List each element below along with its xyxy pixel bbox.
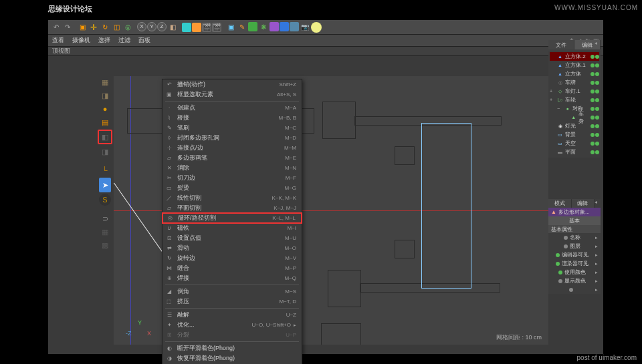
ctx-item-框显选取元素[interactable]: ▣ 框显选取元素 Alt+S, S (163, 89, 302, 100)
ctx-item-连接点/边[interactable]: ⊹ 连接点/边 M~M (163, 143, 302, 153)
ctx-item-挤压[interactable]: ⬚ 挤压 M~T, D (163, 297, 302, 307)
ctx-item-旋转边[interactable]: ↻ 旋转边 M~V (163, 253, 302, 263)
ctx-item-桥接[interactable]: ⌇ 桥接 M~B, B (163, 113, 302, 123)
tree-row-车身[interactable]: ▲ 车身 (550, 113, 599, 122)
render-settings-button[interactable]: 🎬 (202, 23, 211, 32)
menu-select[interactable]: 选择 (98, 36, 110, 45)
ctx-item-封闭多边形孔洞[interactable]: ◊ 封闭多边形孔洞 M~D (163, 133, 302, 143)
ctx-item-切刀边[interactable]: ✂ 切刀边 M~F (163, 173, 302, 183)
snap-button[interactable]: S (99, 194, 111, 206)
magnet-button[interactable]: ⊃ (99, 212, 111, 224)
visibility-dot[interactable] (591, 89, 595, 94)
render-dot[interactable] (595, 72, 599, 76)
recent-button[interactable]: ◎ (122, 22, 133, 33)
attr-stepper[interactable]: ▸ (595, 252, 598, 258)
visibility-dot[interactable] (591, 72, 595, 76)
ctx-item-平面切割[interactable]: ▱ 平面切割 K~J, M~J (163, 203, 302, 213)
attr-tab-edit[interactable]: 编辑 (572, 199, 595, 208)
texture-mode-button[interactable]: ● (99, 103, 111, 115)
tree-row-车牌[interactable]: ◎ 车牌 (550, 78, 599, 87)
checker-button[interactable]: ▩ (99, 239, 111, 251)
menu-filter[interactable]: 过滤 (118, 36, 130, 45)
undo-button[interactable]: ↶ (51, 22, 62, 33)
expand-icon[interactable]: + (550, 98, 555, 102)
ctx-item-断开平滑着色(Phong)[interactable]: ◐ 断开平滑着色(Phong) (163, 343, 302, 353)
render-dot[interactable] (595, 107, 599, 111)
cursor-button[interactable]: ➤ (99, 178, 111, 192)
object-manager[interactable]: ▲ 立方体.2 ▲ 立方体.1 ▲ 立方体 ◎ 车牌 + ◇ 车灯.1 (548, 51, 601, 158)
move-button[interactable]: ✛ (88, 22, 99, 33)
point-mode-button[interactable]: ◧ (98, 130, 112, 144)
ctx-item-创建点[interactable]: · 创建点 M~A (163, 103, 302, 113)
visibility-dot[interactable] (591, 150, 595, 154)
attr-row-名称[interactable]: 名称 ▸ (548, 233, 601, 242)
menu-panel[interactable]: 面板 (138, 36, 150, 45)
environment-button[interactable] (270, 22, 279, 31)
tree-row-立方体[interactable]: ▲ 立方体 (550, 69, 599, 78)
render-dot[interactable] (595, 150, 599, 154)
tab-file[interactable]: 文件 (548, 40, 574, 49)
ctx-item-优化...[interactable]: ✦ 优化... U~O, U~Shift+O ▸ (163, 320, 302, 330)
attr-stepper[interactable]: ▸ (595, 244, 598, 249)
render-dot[interactable] (595, 124, 599, 128)
render-dot[interactable] (595, 55, 599, 59)
tree-row-对称[interactable]: − ● 对称 (550, 104, 599, 113)
model-mode-button[interactable]: ▦ (99, 76, 111, 88)
scene-button[interactable]: 📷 (300, 22, 310, 33)
render-dot[interactable] (595, 98, 599, 102)
ctx-item-缝合[interactable]: ⋈ 缝合 M~P (163, 263, 302, 273)
locked-button[interactable]: ▦ (99, 226, 111, 238)
ctx-item-融解[interactable]: ☰ 融解 U~Z (163, 310, 302, 320)
attr-row-渲染器可见[interactable]: 渲染器可见 ▸ (548, 259, 601, 268)
visibility-dot[interactable] (591, 81, 595, 85)
light-button[interactable] (290, 22, 299, 31)
visibility-dot[interactable] (591, 133, 595, 137)
tree-row-车灯.1[interactable]: + ◇ 车灯.1 (550, 87, 599, 96)
tree-row-立方体.2[interactable]: ▲ 立方体.2 (550, 52, 599, 61)
spline-button[interactable]: ✎ (237, 22, 247, 33)
ctx-item-设置点值[interactable]: ⊡ 设置点值 M~U (163, 233, 302, 243)
attr-row-使用颜色[interactable]: 使用颜色 ▸ (548, 268, 601, 277)
deformer-button[interactable]: ❋ (258, 22, 269, 33)
tree-row-天空[interactable]: ▭ 天空 (550, 139, 599, 148)
picture-viewer-button[interactable]: 🎬 (212, 23, 221, 32)
live-select-button[interactable]: ▣ (77, 22, 88, 33)
render-dot[interactable] (595, 142, 599, 146)
render-button[interactable] (182, 23, 191, 32)
visibility-dot[interactable] (591, 107, 595, 111)
render-dot[interactable] (595, 63, 599, 67)
rotate-button[interactable]: ↻ (100, 22, 110, 33)
ctx-item-磁铁[interactable]: ∪ 磁铁 M~I (163, 223, 302, 233)
bulb-icon[interactable] (311, 22, 322, 33)
ctx-item-线性切割[interactable]: ／ 线性切割 K~K, M~K (163, 193, 302, 203)
attr-stepper[interactable]: ▸ (595, 279, 598, 284)
attr-row-显示颜色[interactable]: 显示颜色 ▸ (548, 277, 601, 285)
attr-tab-mode[interactable]: 模式 (548, 199, 572, 208)
render-dot[interactable] (595, 89, 599, 94)
attr-stepper[interactable]: ▸ (595, 287, 598, 293)
ctx-item-循环/路径切割[interactable]: ◎ 循环/路径切割 K~L, M~L (162, 212, 302, 224)
tree-row-车轮[interactable]: + L○ 车轮 (550, 96, 599, 104)
coord-system-button[interactable]: ◧ (167, 22, 178, 33)
redo-button[interactable]: ↷ (62, 22, 73, 33)
ctx-item-滑动[interactable]: ⇄ 滑动 M~O (163, 243, 302, 253)
ctx-item-撤销(动作)[interactable]: ↶ 撤销(动作) Shift+Z (163, 79, 302, 89)
ctx-item-焊接[interactable]: ⊕ 焊接 M~Q (163, 273, 302, 283)
expand-icon[interactable]: − (557, 106, 562, 111)
visibility-dot[interactable] (591, 63, 595, 67)
x-lock-button[interactable]: X (137, 22, 146, 31)
tree-row-灯光[interactable]: ◉ 灯光 (550, 122, 599, 130)
menu-view[interactable]: 查看 (52, 36, 64, 45)
ctx-item-分裂[interactable]: ⊞ 分裂 U~P (163, 330, 302, 340)
edge-mode-button[interactable]: ◨ (99, 146, 111, 158)
attr-stepper[interactable]: ▸ (595, 235, 598, 240)
panel-collapse-button[interactable]: ◂ (595, 40, 601, 46)
z-lock-button[interactable]: Z (157, 22, 167, 31)
object-mode-button[interactable]: ◨ (99, 89, 111, 102)
camera-button[interactable] (280, 22, 289, 31)
menu-camera[interactable]: 摄像机 (72, 36, 90, 45)
ctx-item-熨烫[interactable]: ▭ 熨烫 M~G (163, 183, 302, 193)
attr-stepper[interactable]: ▸ (595, 270, 598, 275)
expand-icon[interactable]: + (550, 89, 555, 94)
render-dot[interactable] (595, 116, 599, 120)
